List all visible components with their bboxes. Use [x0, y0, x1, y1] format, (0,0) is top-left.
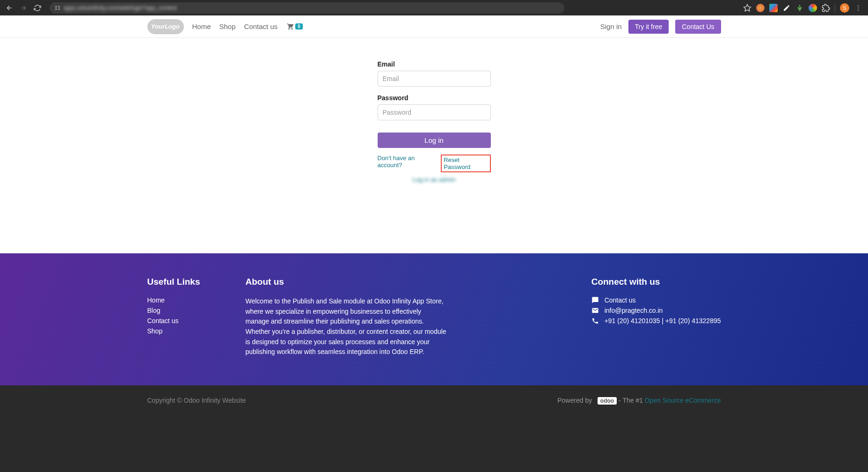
browser-chrome: apps.odooinfinity.com/web/login?app_cont… — [0, 0, 868, 15]
nav-shop[interactable]: Shop — [219, 22, 236, 30]
try-free-button[interactable]: Try it free — [628, 20, 669, 34]
logo-text: YourLogo — [151, 23, 180, 30]
copyright-text: Copyright © Odoo Infinity Website — [147, 397, 246, 404]
menu-dots-icon[interactable] — [854, 4, 862, 12]
extension-icon-2[interactable] — [769, 4, 778, 12]
url-text: apps.odooinfinity.com/web/login?app_cont… — [64, 5, 177, 11]
nav-home[interactable]: Home — [192, 22, 211, 30]
email-input[interactable] — [378, 71, 491, 87]
phone-icon — [591, 317, 599, 324]
footer-blog-link[interactable]: Blog — [147, 307, 222, 314]
connect-email[interactable]: info@pragtech.co.in — [591, 307, 721, 314]
login-button[interactable]: Log in — [378, 133, 491, 148]
powered-by-label: Powered by — [557, 397, 592, 404]
footer: Useful Links Home Blog Contact us Shop A… — [0, 253, 868, 385]
powered-by: Powered by odoo - The #1 Open Source eCo… — [557, 397, 721, 404]
password-input[interactable] — [378, 104, 491, 120]
forward-icon[interactable] — [20, 4, 27, 12]
extension-icon-5[interactable] — [809, 4, 817, 12]
svg-rect-2 — [55, 9, 57, 9]
contact-us-button[interactable]: Contact Us — [675, 20, 721, 34]
back-icon[interactable] — [6, 4, 13, 12]
cart-icon — [287, 23, 294, 30]
svg-point-8 — [858, 7, 859, 8]
sub-footer: Copyright © Odoo Infinity Website Powere… — [0, 385, 868, 472]
connect-email-text: info@pragtech.co.in — [605, 307, 663, 314]
the-n1-text: - The #1 — [619, 397, 645, 404]
login-form: Email Password Log in Don't have an acco… — [378, 60, 491, 183]
password-label: Password — [378, 94, 491, 102]
svg-rect-3 — [58, 6, 60, 6]
ecommerce-link[interactable]: Open Source eCommerce — [645, 397, 721, 404]
site-info-icon[interactable] — [54, 5, 61, 11]
email-label: Email — [378, 60, 491, 68]
useful-links-title: Useful Links — [147, 277, 222, 287]
reset-password-link[interactable]: Reset Password — [444, 156, 470, 170]
bookmark-star-icon[interactable] — [743, 4, 751, 12]
extension-icon-1[interactable] — [756, 4, 765, 12]
svg-rect-0 — [55, 6, 57, 6]
extension-icon-3[interactable] — [782, 4, 791, 12]
footer-home-link[interactable]: Home — [147, 296, 222, 304]
url-bar[interactable]: apps.odooinfinity.com/web/login?app_cont… — [50, 2, 564, 14]
extensions-puzzle-icon[interactable] — [822, 4, 830, 12]
cart-link[interactable]: 0 — [287, 23, 303, 30]
svg-point-7 — [858, 5, 859, 6]
connect-phone-text: +91 (20) 41201035 | +91 (20) 41322895 — [605, 317, 721, 324]
svg-point-9 — [858, 9, 859, 10]
footer-contact-link[interactable]: Contact us — [147, 317, 222, 324]
svg-rect-4 — [58, 7, 60, 8]
nav-contact[interactable]: Contact us — [244, 22, 278, 30]
odoo-badge[interactable]: odoo — [598, 397, 617, 405]
profile-avatar-icon[interactable]: S — [840, 3, 849, 13]
cart-badge: 0 — [295, 23, 303, 30]
chat-icon — [591, 296, 599, 304]
svg-rect-1 — [55, 7, 57, 8]
footer-shop-link[interactable]: Shop — [147, 327, 222, 335]
connect-phone[interactable]: +91 (20) 41201035 | +91 (20) 41322895 — [591, 317, 721, 324]
no-account-link[interactable]: Don't have an account? — [378, 155, 441, 172]
site-logo[interactable]: YourLogo — [147, 19, 184, 34]
reset-password-highlight: Reset Password — [441, 155, 490, 172]
extension-icon-4[interactable] — [795, 4, 804, 12]
about-us-text: Welcome to the Publish and Sale module a… — [246, 296, 447, 357]
envelope-icon — [591, 307, 599, 314]
top-navigation: YourLogo Home Shop Contact us 0 Sign in … — [0, 15, 868, 38]
about-us-title: About us — [246, 277, 447, 287]
separator — [835, 4, 835, 12]
connect-contact[interactable]: Contact us — [591, 296, 721, 304]
signin-link[interactable]: Sign in — [600, 22, 622, 30]
connect-contact-text: Contact us — [605, 296, 636, 304]
svg-rect-5 — [58, 9, 60, 9]
blurred-admin-link[interactable]: Log in as admin — [378, 176, 491, 183]
svg-marker-6 — [744, 4, 751, 11]
connect-title: Connect with us — [591, 277, 721, 287]
reload-icon[interactable] — [34, 4, 41, 12]
